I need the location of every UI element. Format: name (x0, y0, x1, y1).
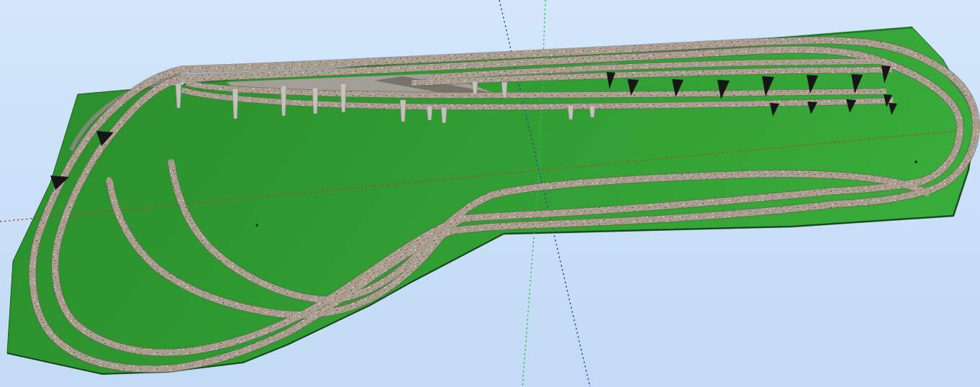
speck (915, 160, 917, 163)
scene-canvas (0, 0, 980, 387)
speck (256, 224, 258, 227)
3d-viewport[interactable] (0, 0, 980, 387)
